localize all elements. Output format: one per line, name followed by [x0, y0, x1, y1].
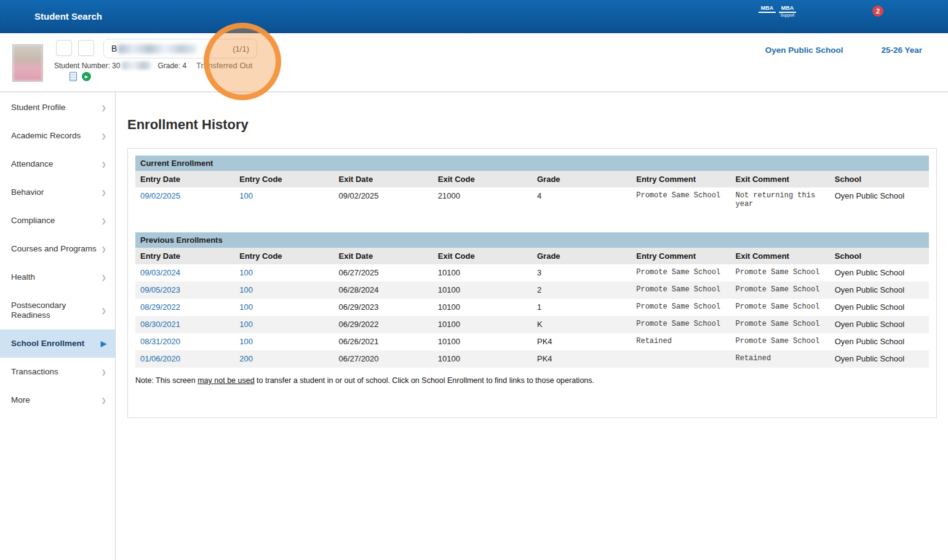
cell-exit-comment: Promote Same School	[731, 316, 830, 333]
chevron-right-icon: ❯	[102, 133, 106, 140]
sidebar-item-transactions[interactable]: Transactions❯	[0, 358, 115, 386]
main-content: Enrollment History Current EnrollmentEnt…	[116, 92, 948, 560]
sidebar-item-courses-and-programs[interactable]: Courses and Programs❯	[0, 235, 115, 263]
column-header: Grade	[532, 248, 631, 264]
column-header: Entry Code	[234, 248, 333, 264]
chevron-right-icon: ❯	[102, 218, 106, 224]
sidebar-item-more[interactable]: More❯	[0, 386, 115, 414]
chevron-right-icon: ❯	[102, 274, 106, 281]
entry-date-link[interactable]: 09/05/2023	[140, 285, 180, 294]
cell-entry-code: 100	[234, 264, 333, 282]
cell-entry-comment: Promote Same School	[631, 316, 730, 333]
header-icon-button-2[interactable]	[78, 40, 94, 56]
cell-entry-code: 100	[234, 316, 333, 333]
cell-entry-comment: Promote Same School	[631, 299, 730, 316]
sidebar-item-label: Health	[11, 272, 35, 282]
cell-exit-code: 10100	[433, 350, 532, 368]
cell-entry-comment: Retained	[631, 333, 730, 350]
sidebar-item-health[interactable]: Health❯	[0, 263, 115, 291]
cell-entry-date: 09/03/2024	[135, 264, 234, 282]
header-icon-button-1[interactable]	[56, 40, 72, 56]
cell-grade: PK4	[532, 333, 631, 350]
student-name-selector[interactable]: B (1/1)	[103, 39, 257, 58]
school-year-link[interactable]: 25-26 Year	[881, 45, 922, 55]
cell-entry-date: 01/06/2020	[135, 350, 234, 368]
current-enrollment-table: Current EnrollmentEntry DateEntry CodeEx…	[135, 156, 929, 213]
page-title: Enrollment History	[127, 117, 937, 133]
sidebar-item-label: Academic Records	[11, 131, 81, 141]
cell-school: Oyen Public School	[830, 333, 929, 350]
arrow-right-icon: ▶	[101, 339, 106, 348]
column-header: Entry Code	[234, 171, 333, 187]
sidebar-item-attendance[interactable]: Attendance❯	[0, 150, 115, 178]
cell-exit-date: 06/29/2022	[334, 316, 433, 333]
sidebar: Student Profile❯Academic Records❯Attenda…	[0, 92, 116, 560]
note-suffix: to transfer a student in or out of schoo…	[255, 376, 594, 385]
previous-enrollments-table: Previous EnrollmentsEntry DateEntry Code…	[135, 232, 929, 368]
mba-icon[interactable]: MBA	[759, 5, 776, 13]
sidebar-item-label: Behavior	[11, 187, 44, 197]
app-title: Student Search	[34, 0, 102, 33]
sidebar-item-school-enrollment[interactable]: School Enrollment▶	[0, 329, 115, 358]
cell-exit-date: 06/28/2024	[334, 282, 433, 299]
entry-date-link[interactable]: 08/31/2020	[140, 337, 180, 346]
cell-entry-comment: Promote Same School	[631, 187, 730, 213]
cell-entry-code: 200	[234, 350, 333, 368]
notification-badge[interactable]: 2	[872, 6, 883, 17]
entry-code-link[interactable]: 100	[239, 320, 253, 329]
cell-entry-date: 08/29/2022	[135, 299, 234, 316]
section-title: Previous Enrollments	[135, 232, 929, 248]
entry-code-link[interactable]: 100	[239, 268, 253, 277]
enrollment-note: Note: This screen may not be used to tra…	[135, 376, 929, 385]
entry-date-link[interactable]: 08/29/2022	[140, 302, 180, 312]
topbar: Student Search MBA MBA Support 2	[0, 0, 948, 33]
entry-date-link[interactable]: 01/06/2020	[140, 354, 180, 363]
cell-entry-comment: Promote Same School	[631, 264, 730, 282]
document-icon[interactable]	[70, 72, 77, 81]
sidebar-item-behavior[interactable]: Behavior❯	[0, 178, 115, 207]
entry-code-link[interactable]: 100	[239, 191, 253, 200]
entry-code-link[interactable]: 100	[239, 285, 253, 294]
entry-date-link[interactable]: 09/03/2024	[140, 268, 180, 277]
chevron-right-icon: ❯	[102, 161, 106, 168]
cell-school: Oyen Public School	[830, 264, 929, 282]
page-layout: Student Profile❯Academic Records❯Attenda…	[0, 92, 948, 560]
sidebar-item-student-profile[interactable]: Student Profile❯	[0, 93, 115, 122]
chevron-right-icon: ❯	[102, 397, 106, 404]
entry-code-link[interactable]: 200	[239, 354, 253, 363]
mba-support-icon[interactable]: MBA Support	[779, 5, 796, 18]
cell-exit-date: 06/27/2025	[334, 264, 433, 282]
sidebar-item-compliance[interactable]: Compliance❯	[0, 207, 115, 235]
sidebar-item-academic-records[interactable]: Academic Records❯	[0, 122, 115, 150]
cell-exit-date: 06/29/2023	[334, 299, 433, 316]
column-header: Exit Comment	[731, 248, 830, 264]
sidebar-item-postsecondary-readiness[interactable]: Postsecondary Readiness❯	[0, 291, 115, 329]
school-link[interactable]: Oyen Public School	[765, 45, 843, 55]
green-circle-icon[interactable]: ▶	[82, 72, 91, 81]
entry-code-link[interactable]: 100	[239, 302, 253, 312]
student-name-initial: B	[111, 44, 117, 53]
cell-grade: 1	[532, 299, 631, 316]
cell-exit-comment: Not returning this year	[731, 187, 830, 213]
cell-exit-comment: Promote Same School	[731, 333, 830, 350]
table-row: 09/02/202510009/02/2025210004Promote Sam…	[135, 187, 929, 213]
cell-exit-comment: Promote Same School	[731, 264, 830, 282]
cell-school: Oyen Public School	[830, 350, 929, 368]
table-row: 08/31/202010006/26/202110100PK4RetainedP…	[135, 333, 929, 350]
enrollment-status: Transferred Out	[196, 61, 252, 70]
entry-code-link[interactable]: 100	[239, 337, 253, 346]
student-quick-icons: ▶	[70, 72, 91, 81]
cell-exit-code: 10100	[433, 282, 532, 299]
cell-school: Oyen Public School	[830, 187, 929, 213]
column-header: Entry Date	[135, 248, 234, 264]
chevron-right-icon: ❯	[102, 189, 106, 196]
note-underlined: may not be used	[197, 376, 254, 385]
sidebar-item-label: More	[11, 395, 30, 405]
chevron-right-icon: ❯	[102, 105, 106, 111]
column-header: Entry Date	[135, 171, 234, 187]
entry-date-link[interactable]: 08/30/2021	[140, 320, 180, 329]
cell-exit-date: 06/26/2021	[334, 333, 433, 350]
entry-date-link[interactable]: 09/02/2025	[140, 191, 180, 200]
cell-entry-code: 100	[234, 333, 333, 350]
cell-exit-comment: Retained	[731, 350, 830, 368]
